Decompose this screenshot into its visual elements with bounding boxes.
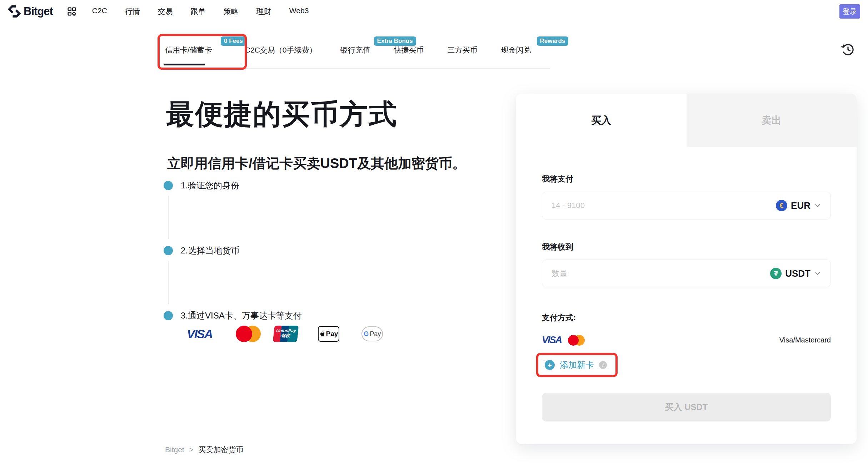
breadcrumb: Bitget > 买卖加密货币 (165, 445, 243, 455)
breadcrumb-home[interactable]: Bitget (165, 445, 184, 454)
nav-item-markets[interactable]: 行情 (125, 6, 140, 16)
step-pay-with-card: 3.通过VISA卡、万事达卡等支付 (164, 310, 302, 321)
usdt-coin-icon: ₮ (770, 268, 782, 279)
tabbar-divider (163, 68, 550, 69)
eur-coin-icon: € (776, 200, 787, 211)
payment-method-label: 支付方式: (542, 312, 831, 323)
step-connector-line (168, 196, 169, 239)
tab-sell[interactable]: 卖出 (687, 94, 857, 147)
rewards-badge: Rewards (537, 36, 569, 46)
google-pay-logo: G Pay (361, 326, 383, 341)
pay-amount-input[interactable]: 14 - 9100 € EUR (542, 192, 831, 219)
tab-cash-convert[interactable]: 现金闪兑 Rewards (501, 45, 531, 55)
visa-logo: VISA (542, 335, 562, 346)
add-card-row: + 添加新卡 i (536, 353, 831, 377)
page-title: 最便捷的买币方式 (166, 96, 398, 133)
active-tab-underline (164, 64, 205, 65)
receive-label: 我将收到 (542, 242, 831, 252)
payment-logos-row: VISA UnionPay银联 Pay G Pay (187, 325, 383, 343)
order-history-icon[interactable] (841, 42, 855, 58)
step-dot-icon (164, 311, 173, 320)
visa-logo: VISA (187, 327, 212, 341)
step-dot-icon (164, 181, 173, 190)
top-navigation-bar: Bitget C2C 行情 交易 跟单 策略 理财 Web3 登录 (0, 0, 868, 23)
extra-bonus-badge: Extra Bonus (374, 36, 416, 46)
nav-item-earn[interactable]: 理财 (256, 6, 271, 16)
pay-label: 我将支付 (542, 174, 831, 184)
tab-c2c-trade[interactable]: C2C交易（0手续费） (245, 45, 317, 55)
tab-quick-buy[interactable]: 快捷买币 Extra Bonus (394, 45, 424, 55)
step-verify-identity: 1.验证您的身份 (164, 180, 239, 191)
payment-method-row[interactable]: VISA Visa/Mastercard (542, 335, 831, 346)
fiat-currency-selector[interactable]: € EUR (776, 200, 821, 211)
apps-grid-icon[interactable] (67, 7, 76, 16)
mastercard-logo (568, 335, 585, 346)
tab-buy[interactable]: 买入 (516, 94, 687, 147)
nav-item-trade[interactable]: 交易 (158, 6, 173, 16)
info-icon[interactable]: i (599, 361, 607, 369)
nav-item-copy[interactable]: 跟单 (191, 6, 206, 16)
zero-fees-badge: 0 Fees (221, 36, 246, 46)
page: Bitget C2C 行情 交易 跟单 策略 理财 Web3 登录 信用卡/储蓄… (0, 0, 868, 469)
breadcrumb-separator-icon: > (189, 446, 194, 454)
plus-icon: + (545, 360, 555, 370)
pay-amount-placeholder: 14 - 9100 (552, 201, 585, 210)
nav-item-strategy[interactable]: 策略 (224, 6, 239, 16)
add-new-card-button[interactable]: + 添加新卡 i (536, 353, 618, 377)
widget-body: 我将支付 14 - 9100 € EUR 我将收到 数量 ₮ USDT 支付方式… (516, 174, 857, 421)
apple-pay-logo: Pay (318, 326, 339, 342)
receive-amount-placeholder: 数量 (552, 268, 567, 279)
buy-sell-widget: 买入 卖出 我将支付 14 - 9100 € EUR 我将收到 数量 ₮ USD… (516, 94, 857, 444)
tab-credit-card[interactable]: 信用卡/储蓄卡 0 Fees (165, 45, 212, 55)
brand-name: Bitget (24, 5, 53, 18)
fiat-currency-code: EUR (791, 200, 810, 211)
payment-method-value: Visa/Mastercard (779, 336, 831, 344)
tab-bank-deposit[interactable]: 银行充值 (340, 45, 370, 55)
chevron-down-icon (814, 202, 821, 209)
google-g-icon: G (364, 330, 369, 338)
crypto-currency-code: USDT (785, 268, 810, 279)
tab-third-party[interactable]: 三方买币 (448, 45, 478, 55)
bitget-logo[interactable]: Bitget (8, 5, 53, 18)
chevron-down-icon (814, 270, 821, 277)
apple-icon (319, 331, 325, 337)
widget-tabs: 买入 卖出 (516, 94, 857, 147)
buy-method-tabs: 信用卡/储蓄卡 0 Fees C2C交易（0手续费） 银行充值 快捷买币 Ext… (165, 45, 531, 55)
crypto-currency-selector[interactable]: ₮ USDT (770, 268, 821, 279)
breadcrumb-current: 买卖加密货币 (198, 445, 243, 455)
unionpay-logo: UnionPay银联 (273, 326, 299, 342)
page-subtitle: 立即用信用卡/借记卡买卖USDT及其他加密货币。 (167, 154, 466, 173)
step-connector-line (168, 261, 169, 304)
receive-amount-input[interactable]: 数量 ₮ USDT (542, 260, 831, 287)
main-nav: C2C 行情 交易 跟单 策略 理财 Web3 (92, 6, 309, 16)
mastercard-logo (236, 326, 261, 342)
bitget-logo-icon (8, 5, 21, 18)
buy-usdt-button[interactable]: 买入 USDT (542, 393, 831, 421)
step-dot-icon (164, 246, 173, 255)
login-button[interactable]: 登录 (839, 4, 860, 19)
nav-item-c2c[interactable]: C2C (92, 6, 107, 16)
step-choose-currency: 2.选择当地货币 (164, 245, 239, 256)
nav-item-web3[interactable]: Web3 (289, 6, 309, 16)
